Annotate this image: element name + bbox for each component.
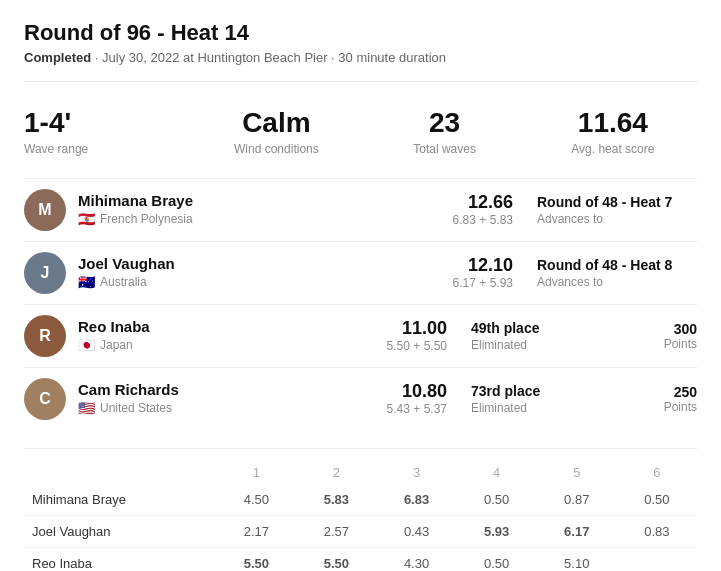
stat-avg-score: 11.64 Avg. heat score: [529, 108, 697, 156]
competitor-result: 49th placeEliminated: [471, 320, 631, 352]
status-badge: Completed: [24, 50, 91, 65]
table-cell-name: Joel Vaughan: [24, 515, 216, 547]
wave-scores: 5.43 + 5.37: [367, 402, 447, 416]
result-sub: Eliminated: [471, 338, 631, 352]
table-cell-score: 0.83: [617, 515, 697, 547]
competitor-info: Mihimana Braye🇵🇫French Polynesia: [78, 192, 433, 227]
table-cell-score: 2.17: [216, 515, 296, 547]
avg-score-label: Avg. heat score: [529, 142, 697, 156]
table-cell-score: 0.43: [377, 515, 457, 547]
table-cell-score: [617, 547, 697, 571]
stat-wave-range: 1-4' Wave range: [24, 108, 192, 156]
competitor-score-area: 12.666.83 + 5.83: [433, 192, 513, 227]
page-title: Round of 96 - Heat 14: [24, 20, 697, 46]
competitor-country: 🇯🇵Japan: [78, 337, 367, 353]
competitor-result: 73rd placeEliminated: [471, 383, 631, 415]
flag-icon: 🇦🇺: [78, 274, 95, 290]
table-header: 2: [296, 461, 376, 484]
country-name: United States: [100, 401, 172, 415]
table-header: 3: [377, 461, 457, 484]
competitor-score-area: 10.805.43 + 5.37: [367, 381, 447, 416]
table-row: Joel Vaughan2.172.570.435.936.170.83: [24, 515, 697, 547]
competitor-country: 🇦🇺Australia: [78, 274, 433, 290]
result-sub: Advances to: [537, 275, 697, 289]
heat-score: 12.66: [433, 192, 513, 213]
competitor-country: 🇵🇫French Polynesia: [78, 211, 433, 227]
competitor-name: Cam Richards: [78, 381, 367, 398]
table-cell-score: 0.50: [457, 547, 537, 571]
wave-range-label: Wave range: [24, 142, 192, 156]
table-cell-score: 6.17: [537, 515, 617, 547]
result-label: Round of 48 - Heat 8: [537, 257, 697, 273]
avg-score-value: 11.64: [529, 108, 697, 139]
table-cell-score: 5.50: [296, 547, 376, 571]
heat-score: 10.80: [367, 381, 447, 402]
total-waves-value: 23: [361, 108, 529, 139]
divider-top: [24, 81, 697, 82]
table-cell-score: 0.50: [617, 484, 697, 516]
competitor-country: 🇺🇸United States: [78, 400, 367, 416]
flag-icon: 🇵🇫: [78, 211, 95, 227]
result-label: Round of 48 - Heat 7: [537, 194, 697, 210]
table-cell-score: 2.57: [296, 515, 376, 547]
competitor-score-area: 11.005.50 + 5.50: [367, 318, 447, 353]
competitor-score-area: 12.106.17 + 5.93: [433, 255, 513, 290]
total-waves-label: Total waves: [361, 142, 529, 156]
table-cell-score: 6.83: [377, 484, 457, 516]
wind-label: Wind conditions: [192, 142, 360, 156]
country-name: Australia: [100, 275, 147, 289]
stat-wind: Calm Wind conditions: [192, 108, 360, 156]
avatar: J: [24, 252, 66, 294]
table-cell-score: 4.50: [216, 484, 296, 516]
wave-range-value: 1-4': [24, 108, 192, 139]
competitor-points: 300Points: [647, 321, 697, 351]
table-header: 4: [457, 461, 537, 484]
table-row: Mihimana Braye4.505.836.830.500.870.50: [24, 484, 697, 516]
competitor-info: Joel Vaughan🇦🇺Australia: [78, 255, 433, 290]
heat-score: 11.00: [367, 318, 447, 339]
table-cell-name: Reo Inaba: [24, 547, 216, 571]
table-cell-score: 5.93: [457, 515, 537, 547]
competitor-info: Cam Richards🇺🇸United States: [78, 381, 367, 416]
country-name: French Polynesia: [100, 212, 193, 226]
country-name: Japan: [100, 338, 133, 352]
subtitle: Completed · July 30, 2022 at Huntington …: [24, 50, 697, 65]
flag-icon: 🇺🇸: [78, 400, 95, 416]
table-cell-score: 5.50: [216, 547, 296, 571]
table-header: 5: [537, 461, 617, 484]
table-cell-name: Mihimana Braye: [24, 484, 216, 516]
competitor-name: Mihimana Braye: [78, 192, 433, 209]
event-details: · July 30, 2022 at Huntington Beach Pier…: [95, 50, 446, 65]
wave-scores: 5.50 + 5.50: [367, 339, 447, 353]
wind-value: Calm: [192, 108, 360, 139]
table-cell-score: 0.50: [457, 484, 537, 516]
table-cell-score: 4.30: [377, 547, 457, 571]
score-table: 123456Mihimana Braye4.505.836.830.500.87…: [24, 461, 697, 571]
competitors-section: MMihimana Braye🇵🇫French Polynesia12.666.…: [24, 178, 697, 430]
result-label: 49th place: [471, 320, 631, 336]
table-header: [24, 461, 216, 484]
competitor-row: CCam Richards🇺🇸United States10.805.43 + …: [24, 367, 697, 430]
table-header: 1: [216, 461, 296, 484]
result-sub: Advances to: [537, 212, 697, 226]
table-cell-score: 0.87: [537, 484, 617, 516]
competitor-row: JJoel Vaughan🇦🇺Australia12.106.17 + 5.93…: [24, 241, 697, 304]
avatar: R: [24, 315, 66, 357]
competitor-name: Joel Vaughan: [78, 255, 433, 272]
table-cell-score: 5.10: [537, 547, 617, 571]
competitor-points: 250Points: [647, 384, 697, 414]
wave-scores: 6.17 + 5.93: [433, 276, 513, 290]
result-label: 73rd place: [471, 383, 631, 399]
competitor-row: RReo Inaba🇯🇵Japan11.005.50 + 5.5049th pl…: [24, 304, 697, 367]
competitor-result: Round of 48 - Heat 8Advances to: [537, 257, 697, 289]
competitor-row: MMihimana Braye🇵🇫French Polynesia12.666.…: [24, 178, 697, 241]
table-cell-score: 5.83: [296, 484, 376, 516]
stat-total-waves: 23 Total waves: [361, 108, 529, 156]
table-row: Reo Inaba5.505.504.300.505.10: [24, 547, 697, 571]
result-sub: Eliminated: [471, 401, 631, 415]
table-header: 6: [617, 461, 697, 484]
competitor-info: Reo Inaba🇯🇵Japan: [78, 318, 367, 353]
avatar: M: [24, 189, 66, 231]
score-table-section: 123456Mihimana Braye4.505.836.830.500.87…: [24, 448, 697, 571]
avatar: C: [24, 378, 66, 420]
